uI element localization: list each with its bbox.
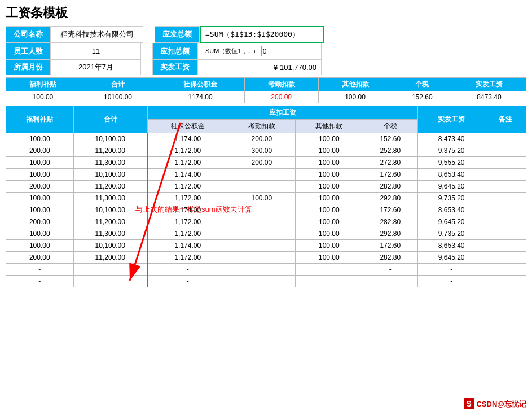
cell-r3-c3	[228, 169, 296, 181]
month-value: 2021年7月	[51, 59, 141, 75]
cell-r0-c5: 152.60	[363, 133, 417, 145]
cell-r3-c4: 100.00	[296, 169, 363, 181]
cell-r5-c1: 11,300.00	[73, 193, 147, 204]
cell-r7-c4: 100.00	[296, 216, 363, 228]
summary-td-1: 10100.00	[80, 91, 156, 103]
cell-r12-c4	[296, 276, 363, 287]
cell-r9-c3	[228, 240, 296, 252]
table-row: 200.0011,200.001,172.00100.00282.809,645…	[6, 252, 526, 264]
summary-table: 福利补贴 合计 社保公积金 考勤扣款 其他扣款 个税 实发工资 100.00 1…	[6, 77, 526, 103]
cell-r9-c4: 100.00	[296, 240, 363, 252]
deduct-value: SUM（数值1，...）0	[197, 43, 322, 59]
summary-header-row: 福利补贴 合计 社保公积金 考勤扣款 其他扣款 个税 实发工资	[6, 78, 526, 91]
cell-r5-c6: 9,735.20	[417, 193, 485, 204]
annotation-text: 与上次的结果一样是sum函数去计算	[135, 204, 252, 215]
main-table: 福利补贴 合计 应扣工资 实发工资 备注 社保公积金 考勤扣款 其他扣款 个税 …	[6, 106, 526, 287]
table-container: 福利补贴 合计 应扣工资 实发工资 备注 社保公积金 考勤扣款 其他扣款 个税 …	[0, 106, 532, 287]
cell-r4-c7	[485, 181, 526, 193]
cell-r4-c4: 100.00	[296, 181, 363, 193]
cell-r8-c1: 11,300.00	[73, 228, 147, 240]
main-sub-tax: 个税	[363, 120, 417, 133]
cell-r6-c5: 172.60	[363, 204, 417, 216]
summary-th-1: 合计	[80, 78, 156, 91]
summary-th-2: 社保公积金	[156, 78, 245, 91]
deduct-tooltip: SUM（数值1，...）	[203, 46, 262, 56]
cell-r8-c2: 1,172.00	[147, 228, 228, 240]
info-row-2: 员工人数 11 应扣总额 SUM（数值1，...）0	[6, 43, 526, 59]
main-sub-other: 其他扣款	[296, 120, 363, 133]
cell-r8-c4: 100.00	[296, 228, 363, 240]
cell-r0-c7	[485, 133, 526, 145]
info-row-1: 公司名称 稻壳科技技术有限公司 应发总额 =SUM（$I$13:$I$20000…	[6, 26, 526, 43]
table-row: 200.0011,200.001,172.00100.00282.809,645…	[6, 216, 526, 228]
cell-r8-c5: 292.80	[363, 228, 417, 240]
summary-td-4: 100.00	[318, 91, 392, 103]
cell-r2-c0: 100.00	[6, 157, 74, 169]
table-row: 200.0011,200.001,172.00100.00282.809,645…	[6, 181, 526, 193]
cell-r8-c6: 9,735.20	[417, 228, 485, 240]
cell-r12-c7	[485, 276, 526, 287]
cell-r7-c7	[485, 216, 526, 228]
cell-r12-c0: -	[6, 276, 74, 287]
cell-r7-c0: 200.00	[6, 216, 74, 228]
cell-r5-c2: 1,172.00	[147, 193, 228, 204]
main-th-total: 合计	[73, 106, 147, 133]
cell-r1-c3: 300.00	[228, 145, 296, 157]
table-row: 100.0010,100.001,174.00100.00172.608,653…	[6, 240, 526, 252]
cell-r10-c7	[485, 252, 526, 264]
cell-r12-c6: -	[417, 276, 485, 287]
total-label: 应发总额	[155, 26, 200, 43]
cell-r2-c1: 11,300.00	[73, 157, 147, 169]
company-label: 公司名称	[6, 26, 51, 43]
cell-r0-c4: 100.00	[296, 133, 363, 145]
main-header-top: 福利补贴 合计 应扣工资 实发工资 备注	[6, 106, 526, 120]
employee-label: 员工人数	[6, 43, 51, 59]
cell-r4-c2: 1,172.00	[147, 181, 228, 193]
cell-r3-c6: 8,653.40	[417, 169, 485, 181]
cell-r5-c5: 292.80	[363, 193, 417, 204]
actual-label: 实发工资	[152, 59, 197, 75]
cell-r2-c2: 1,172.00	[147, 157, 228, 169]
cell-r10-c6: 9,645.20	[417, 252, 485, 264]
cell-r12-c3	[228, 276, 296, 287]
cell-r5-c3: 100.00	[228, 193, 296, 204]
main-sub-attendance: 考勤扣款	[228, 120, 296, 133]
month-label: 所属月份	[6, 59, 51, 75]
cell-r1-c4: 100.00	[296, 145, 363, 157]
cell-r1-c1: 11,200.00	[73, 145, 147, 157]
cell-r9-c1: 10,100.00	[73, 240, 147, 252]
cell-r5-c7	[485, 193, 526, 204]
summary-th-6: 实发工资	[452, 78, 526, 91]
summary-th-4: 其他扣款	[318, 78, 392, 91]
cell-r9-c0: 100.00	[6, 240, 74, 252]
cell-r3-c2: 1,174.00	[147, 169, 228, 181]
cell-r5-c0: 100.00	[6, 193, 74, 204]
table-row: 100.0011,300.001,172.00100.00292.809,735…	[6, 228, 526, 240]
cell-r7-c1: 11,200.00	[73, 216, 147, 228]
cell-r1-c0: 200.00	[6, 145, 74, 157]
cell-r1-c5: 252.80	[363, 145, 417, 157]
cell-r10-c1: 11,200.00	[73, 252, 147, 264]
table-row: 200.0011,200.001,172.00300.00100.00252.8…	[6, 145, 526, 157]
cell-r11-c5: -	[363, 264, 417, 276]
cell-r11-c1	[73, 264, 147, 276]
summary-td-2: 1174.00	[156, 91, 245, 103]
table-row: 100.0010,100.001,174.00100.00172.608,653…	[6, 204, 526, 216]
cell-r6-c6: 8,653.40	[417, 204, 485, 216]
cell-r10-c5: 282.80	[363, 252, 417, 264]
main-th-deduct-group: 应扣工资	[147, 106, 417, 120]
main-sub-social: 社保公积金	[147, 120, 228, 133]
cell-r9-c5: 172.60	[363, 240, 417, 252]
cell-r8-c3	[228, 228, 296, 240]
cell-r10-c3	[228, 252, 296, 264]
cell-r10-c0: 200.00	[6, 252, 74, 264]
csdn-watermark: S CSDN@忘忧记	[464, 398, 526, 409]
cell-r2-c5: 272.80	[363, 157, 417, 169]
cell-r4-c0: 200.00	[6, 181, 74, 193]
cell-r3-c5: 172.60	[363, 169, 417, 181]
cell-r4-c6: 9,645.20	[417, 181, 485, 193]
main-th-note: 备注	[485, 106, 526, 133]
cell-r10-c2: 1,172.00	[147, 252, 228, 264]
cell-r8-c0: 100.00	[6, 228, 74, 240]
cell-r3-c7	[485, 169, 526, 181]
